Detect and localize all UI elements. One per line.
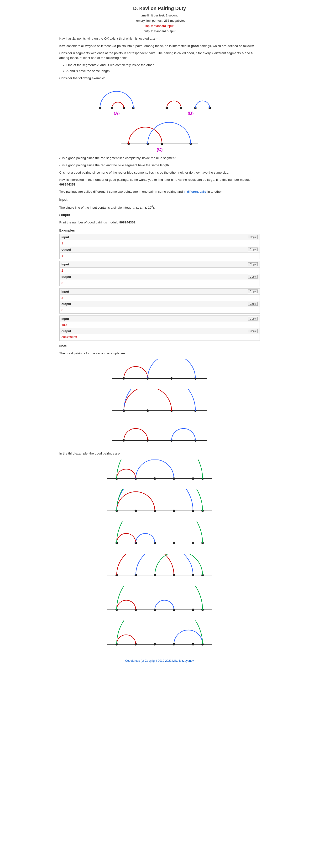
note-n3-diagram-6 [59,620,260,651]
diagram-ab-svg: (A) (B) [88,84,231,115]
note-n3-svg-6 [100,620,219,651]
example-4-input-label: input [62,316,69,321]
examples-section: Examples input Copy 1 output Copy 1 inpu… [59,228,260,341]
diagram-ab: (A) (B) [59,84,260,115]
svg-point-73 [192,643,194,646]
memory-limit: memory limit per test: 256 megabytes [59,18,260,23]
intro-paragraph-3: Consider n segments with ends at the poi… [59,51,260,61]
note-svg-1 [100,359,219,385]
svg-text:(B): (B) [187,111,194,115]
svg-point-25 [146,409,149,412]
example-4-output-label: output [62,329,71,334]
intro-paragraph-1: Kavi has 2n points lying on the OX axis,… [59,36,260,41]
example-2-input-label: input [62,262,69,267]
svg-text:(A): (A) [114,111,119,115]
note-heading: Note [59,344,260,349]
output-type: output: standard output [59,29,260,34]
note-n3-svg-3 [100,522,219,550]
example-3-input-row: input Copy [60,288,260,295]
different-text: Two pairings are called different, if so… [59,189,260,194]
codeforces-link[interactable]: Codeforces (c) Copyright 2010-2021 Mike … [125,659,194,662]
example-4-output-value: 688750769 [60,334,260,341]
condition-2: A and B have the same length. [66,69,260,73]
diagram-c-svg: (C) [112,119,207,152]
note-n3-diagram-2 [59,489,260,518]
condition-1: One of the segments A and B lies complet… [66,63,260,67]
note-n3-svg-1 [100,460,219,486]
example-1-output-value: 1 [60,253,260,259]
svg-point-42 [135,509,137,512]
desc-b: B is a good pairing since the red and th… [59,163,260,168]
example-4-input-value: 100 [60,322,260,328]
example-1-input-value: 1 [60,240,260,247]
example-1-output-copy[interactable]: Copy [248,248,258,251]
note-n3-svg-5 [100,586,219,617]
input-heading: Input [59,197,260,202]
svg-point-66 [192,609,194,611]
footer: Codeforces (c) Copyright 2010-2021 Mike … [59,659,260,663]
svg-text:(C): (C) [156,147,163,152]
svg-point-71 [154,643,156,646]
note-n3-diagram-1 [59,460,260,486]
desc-a: A is a good pairing since the red segmen… [59,156,260,160]
note-n3-diagram-5 [59,586,260,617]
note-third-example: In the third example, the good pairings … [59,451,260,456]
time-limit: time limit per test: 1 second [59,13,260,18]
example-4: input Copy 100 output Copy 688750769 [59,315,260,341]
example-4-input-row: input Copy [60,316,260,322]
input-type: input: standard input [59,23,260,29]
note-n3-svg-4 [100,554,219,582]
example-2-output-row: output Copy [60,274,260,280]
example-intro: Consider the following example: [59,76,260,81]
example-4-output-row: output Copy [60,328,260,335]
output-text: Print the number of good pairings modulo… [59,220,260,225]
example-1: input Copy 1 output Copy 1 [59,234,260,259]
example-4-output-copy[interactable]: Copy [248,329,258,333]
conditions-list: One of the segments A and B lies complet… [66,63,260,73]
example-2-input-copy[interactable]: Copy [248,262,258,266]
interest-text: Kavi is interested in the number of good… [59,178,260,187]
example-1-output-row: output Copy [60,247,260,253]
svg-point-36 [154,477,156,480]
note-diagram-3 [59,421,260,447]
svg-point-44 [173,509,175,512]
svg-point-38 [192,477,194,480]
examples-heading: Examples [59,228,260,233]
note-diagram-1 [59,359,260,385]
example-4-input-copy[interactable]: Copy [248,317,258,320]
page-title: D. Kavi on Pairing Duty [59,5,260,12]
example-1-input-row: input Copy [60,234,260,241]
desc-c: C is not a good pairing since none of th… [59,170,260,175]
note-n3-diagram-4 [59,554,260,582]
note-svg-2 [100,389,219,418]
example-2-output-value: 3 [60,280,260,286]
intro-paragraph-2: Kavi considers all ways to split these 2… [59,44,260,49]
note-diagram-2 [59,389,260,418]
example-1-input-copy[interactable]: Copy [248,235,258,239]
meta-info: time limit per test: 1 second memory lim… [59,13,260,34]
example-2-output-copy[interactable]: Copy [248,275,258,279]
example-2-input-value: 2 [60,268,260,274]
diagram-c: (C) [59,119,260,152]
example-3: input Copy 3 output Copy 6 [59,288,260,314]
example-3-output-label: output [62,302,71,306]
svg-point-51 [173,542,175,544]
example-1-input-label: input [62,235,69,240]
note-n3-svg-2 [100,489,219,518]
example-3-output-copy[interactable]: Copy [248,302,258,306]
example-3-output-row: output Copy [60,301,260,307]
svg-point-52 [192,542,194,544]
example-1-output-label: output [62,247,71,252]
note-svg-3 [100,421,219,447]
note-second-example: The good pairings for the second example… [59,351,260,356]
note-section: Note The good pairings for the second ex… [59,344,260,652]
svg-point-21 [170,377,173,380]
output-heading: Output [59,213,260,218]
example-3-input-copy[interactable]: Copy [248,289,258,293]
example-3-output-value: 6 [60,307,260,313]
example-3-input-label: input [62,289,69,294]
example-2: input Copy 2 output Copy 3 [59,261,260,286]
note-n3-diagram-3 [59,522,260,550]
example-2-output-label: output [62,275,71,279]
input-text: The single line of the input contains a … [59,205,260,210]
